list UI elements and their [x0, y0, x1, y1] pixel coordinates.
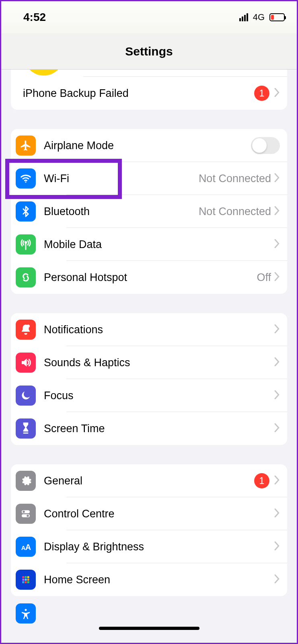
svg-point-4 — [23, 511, 25, 513]
cellular-signal-icon — [239, 13, 248, 21]
home-screen-icon — [16, 570, 36, 590]
display-label: Display & Brightness — [44, 541, 274, 553]
row-hotspot[interactable]: Personal Hotspot Off — [11, 261, 287, 294]
svg-rect-17 — [25, 581, 27, 583]
chevron-right-icon — [274, 88, 280, 98]
network-label: 4G — [253, 12, 265, 23]
backup-warning-icon — [24, 70, 64, 76]
row-bluetooth[interactable]: Bluetooth Not Connected — [11, 195, 287, 228]
home-label: Home Screen — [44, 574, 274, 586]
chevron-right-icon — [274, 206, 280, 217]
antenna-icon — [16, 234, 36, 254]
toggles-icon — [16, 504, 36, 524]
chevron-right-icon — [274, 239, 280, 250]
status-bar: 4:52 4G — [1, 1, 297, 33]
group-system: General 1 Control Centre AA Display & Br… — [11, 464, 287, 596]
row-backup-failed[interactable]: iPhone Backup Failed 1 — [11, 77, 287, 110]
backup-card: iPhone Backup Failed 1 — [11, 70, 287, 110]
control-label: Control Centre — [44, 508, 274, 520]
chevron-right-icon — [274, 509, 280, 519]
wifi-detail: Not Connected — [199, 172, 271, 185]
svg-rect-11 — [25, 576, 27, 578]
bell-icon — [16, 320, 36, 340]
backup-badge: 1 — [254, 86, 269, 101]
home-indicator[interactable] — [99, 627, 199, 630]
row-next-peek — [11, 603, 287, 623]
bluetooth-label: Bluetooth — [44, 205, 199, 218]
svg-rect-13 — [22, 579, 24, 581]
svg-rect-18 — [27, 581, 29, 583]
group-connectivity: Airplane Mode Wi-Fi Not Connected Blueto… — [11, 129, 287, 294]
row-control-centre[interactable]: Control Centre — [11, 497, 287, 530]
hourglass-icon — [16, 418, 36, 439]
svg-rect-15 — [27, 579, 29, 581]
status-right: 4G — [239, 12, 285, 23]
row-general[interactable]: General 1 — [11, 464, 287, 497]
bluetooth-icon — [16, 201, 36, 222]
row-notifications[interactable]: Notifications — [11, 313, 287, 346]
airplane-label: Airplane Mode — [44, 139, 251, 152]
chevron-right-icon — [274, 423, 280, 434]
hotspot-icon — [16, 267, 36, 287]
row-airplane-mode[interactable]: Airplane Mode — [11, 129, 287, 162]
moon-icon — [16, 386, 36, 406]
row-sounds[interactable]: Sounds & Haptics — [11, 346, 287, 379]
svg-rect-14 — [25, 579, 27, 581]
wifi-label: Wi-Fi — [44, 172, 199, 185]
accessibility-icon — [16, 603, 36, 623]
backup-label: iPhone Backup Failed — [23, 87, 254, 100]
battery-icon — [269, 13, 285, 21]
svg-rect-12 — [27, 576, 29, 578]
wifi-icon — [16, 168, 36, 189]
row-focus[interactable]: Focus — [11, 379, 287, 412]
row-screen-time[interactable]: Screen Time — [11, 412, 287, 445]
chevron-right-icon — [274, 272, 280, 283]
svg-point-0 — [25, 181, 26, 183]
svg-text:A: A — [25, 543, 31, 552]
svg-point-2 — [27, 325, 30, 328]
status-time: 4:52 — [23, 11, 46, 24]
nav-header: Settings — [1, 33, 297, 70]
text-size-icon: AA — [16, 537, 36, 557]
general-label: General — [44, 475, 254, 487]
chevron-right-icon — [274, 357, 280, 368]
page-title: Settings — [125, 45, 173, 58]
speaker-icon — [16, 353, 36, 373]
row-mobile-data[interactable]: Mobile Data — [11, 228, 287, 261]
chevron-right-icon — [274, 390, 280, 401]
chevron-right-icon — [274, 574, 280, 585]
airplane-icon — [16, 135, 36, 156]
chevron-right-icon — [274, 476, 280, 486]
chevron-right-icon — [274, 324, 280, 335]
hotspot-detail: Off — [257, 271, 271, 284]
svg-point-1 — [25, 242, 27, 243]
chevron-right-icon — [274, 541, 280, 552]
svg-rect-10 — [22, 576, 24, 578]
focus-label: Focus — [44, 390, 274, 402]
sounds-label: Sounds & Haptics — [44, 357, 274, 369]
svg-point-19 — [25, 609, 27, 611]
general-badge: 1 — [254, 473, 269, 488]
row-display[interactable]: AA Display & Brightness — [11, 530, 287, 563]
group-alerts: Notifications Sounds & Haptics Focus — [11, 313, 287, 445]
chevron-right-icon — [274, 173, 280, 184]
bluetooth-detail: Not Connected — [199, 205, 271, 218]
hotspot-label: Personal Hotspot — [44, 271, 257, 284]
screentime-label: Screen Time — [44, 422, 274, 435]
svg-rect-16 — [22, 581, 24, 583]
gear-icon — [16, 471, 36, 491]
notifications-label: Notifications — [44, 324, 274, 336]
airplane-toggle[interactable] — [251, 137, 280, 154]
svg-point-6 — [27, 515, 29, 517]
row-home-screen[interactable]: Home Screen — [11, 563, 287, 596]
row-wifi[interactable]: Wi-Fi Not Connected — [11, 162, 287, 195]
mobile-label: Mobile Data — [44, 238, 274, 251]
